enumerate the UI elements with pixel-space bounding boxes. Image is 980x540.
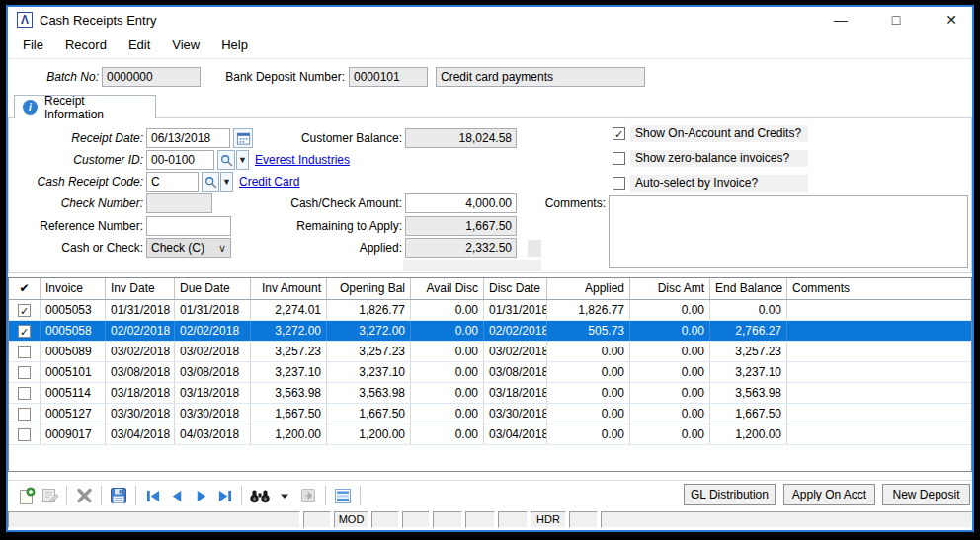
cell-invoice: 0005089: [41, 342, 106, 361]
goto-icon: [296, 484, 320, 507]
cell-disc_date: 03/04/2018: [484, 424, 547, 444]
row-checkbox-unchecked[interactable]: [18, 366, 31, 379]
column-header-due_date[interactable]: Due Date: [175, 278, 251, 299]
maximize-button[interactable]: □: [885, 12, 907, 28]
menu-edit[interactable]: Edit: [120, 35, 159, 56]
option-label: Show zero-balance invoices?: [630, 150, 808, 167]
row-checkbox-checked[interactable]: ✓: [18, 325, 31, 338]
menu-file[interactable]: File: [14, 35, 52, 56]
column-header-disc_amt[interactable]: Disc Amt: [630, 278, 710, 299]
menu-view[interactable]: View: [163, 35, 208, 56]
table-row[interactable]: 000512703/30/201803/30/20181,667.501,667…: [9, 404, 971, 424]
row-checkbox-unchecked[interactable]: [18, 346, 31, 358]
status-cell: [569, 511, 598, 528]
menu-help[interactable]: Help: [212, 35, 257, 56]
cell-opening_bal: 3,237.10: [327, 362, 411, 382]
gl-distribution-button[interactable]: GL Distribution: [684, 484, 776, 505]
table-row[interactable]: 000510103/08/201803/08/20183,237.103,237…: [9, 362, 971, 383]
customer-lookup-dropdown[interactable]: ▼: [236, 150, 249, 170]
cell-invoice: 0005101: [41, 362, 106, 382]
table-row[interactable]: ✓000505301/31/201801/31/20182,274.011,82…: [9, 300, 971, 321]
cell-disc_date: 03/08/2018: [484, 362, 547, 382]
reference-number-field[interactable]: [146, 216, 231, 236]
option-label: Auto-select by Invoice?: [630, 175, 808, 192]
check-number-label: Check Number:: [25, 193, 143, 213]
tab-receipt-information[interactable]: i Receipt Information: [14, 95, 156, 118]
save-icon[interactable]: [107, 484, 130, 507]
table-row[interactable]: ✓000505802/02/201802/02/20183,272.003,27…: [9, 321, 971, 342]
cash-receipt-code-link[interactable]: Credit Card: [239, 172, 299, 192]
cell-disc_date: 03/30/2018: [484, 404, 547, 424]
column-header-opening_bal[interactable]: Opening Bal: [327, 278, 411, 299]
cash-receipt-code-field[interactable]: C: [146, 172, 199, 192]
find-caret-icon[interactable]: [273, 484, 296, 507]
code-lookup-dropdown[interactable]: ▼: [220, 172, 233, 192]
column-header-end_balance[interactable]: End Balance: [710, 278, 787, 299]
column-header-check[interactable]: ✔: [9, 278, 41, 299]
row-checkbox-unchecked[interactable]: [18, 387, 31, 400]
status-cell: [303, 511, 331, 528]
table-row[interactable]: 000901703/04/201804/03/20181,200.001,200…: [9, 424, 971, 445]
code-lookup-button[interactable]: [202, 172, 219, 192]
row-checkbox-unchecked[interactable]: [18, 428, 31, 441]
find-icon[interactable]: [247, 484, 273, 507]
table-row[interactable]: 000508903/02/201803/02/20183,257.233,257…: [9, 342, 971, 362]
status-cell: [8, 511, 300, 528]
minimize-button[interactable]: —: [830, 12, 852, 28]
previous-record-icon[interactable]: [165, 484, 189, 507]
cash-check-amount-field[interactable]: 4,000.00: [405, 193, 517, 213]
new-record-icon[interactable]: [14, 484, 38, 507]
cell-check[interactable]: [9, 362, 41, 382]
table-row[interactable]: 000511403/18/201803/18/20183,563.983,563…: [9, 383, 971, 404]
status-cell: [498, 511, 528, 528]
receipt-date-field[interactable]: 06/13/2018: [146, 128, 230, 148]
cell-check[interactable]: [9, 424, 41, 444]
cell-avail_disc: 0.00: [411, 321, 484, 341]
close-button[interactable]: ✕: [940, 12, 962, 28]
column-header-invoice[interactable]: Invoice: [41, 278, 106, 299]
check-number-field: [146, 193, 212, 213]
column-header-comments[interactable]: Comments: [787, 278, 971, 299]
status-cell: [465, 511, 495, 528]
menu-record[interactable]: Record: [56, 35, 116, 56]
first-record-icon[interactable]: [141, 484, 165, 507]
row-checkbox-unchecked[interactable]: [18, 408, 31, 421]
cell-applied: 1,826.77: [547, 300, 630, 320]
checkbox-unchecked[interactable]: [612, 177, 625, 190]
apply-on-acct-button[interactable]: Apply On Acct: [783, 484, 875, 505]
column-header-inv_amount[interactable]: Inv Amount: [251, 278, 327, 299]
cell-check[interactable]: [9, 404, 41, 424]
next-record-icon[interactable]: [189, 484, 212, 507]
cell-applied: 505.73: [547, 321, 630, 341]
list-view-icon[interactable]: [331, 484, 355, 507]
column-header-applied[interactable]: Applied: [547, 278, 630, 299]
cell-check[interactable]: ✓: [9, 321, 41, 341]
comments-textarea[interactable]: [609, 195, 968, 268]
cell-inv_date: 02/02/2018: [106, 321, 175, 341]
toolbar-separator: [241, 486, 242, 505]
checkbox-checked[interactable]: ✓: [612, 127, 625, 140]
menu-divider: [8, 58, 972, 59]
last-record-icon[interactable]: [212, 484, 236, 507]
cash-or-check-select[interactable]: Check (C)∨: [146, 238, 231, 258]
checkbox-unchecked[interactable]: [612, 152, 625, 165]
cell-applied: 0.00: [547, 424, 630, 444]
column-header-avail_disc[interactable]: Avail Disc: [411, 278, 484, 299]
cell-disc_date: 03/02/2018: [484, 342, 547, 361]
row-checkbox-checked[interactable]: ✓: [18, 304, 31, 317]
cell-end_balance: 1,200.00: [710, 424, 787, 444]
column-header-inv_date[interactable]: Inv Date: [106, 278, 175, 299]
chevron-down-icon: ▼: [238, 156, 247, 165]
calendar-button[interactable]: [233, 128, 253, 148]
cell-disc_amt: 0.00: [630, 362, 710, 382]
new-deposit-button[interactable]: New Deposit: [882, 484, 970, 505]
customer-name-link[interactable]: Everest Industries: [255, 150, 350, 170]
column-header-disc_date[interactable]: Disc Date: [484, 278, 547, 299]
cell-opening_bal: 1,200.00: [327, 424, 411, 444]
cell-check[interactable]: ✓: [9, 300, 41, 320]
cell-check[interactable]: [9, 383, 41, 403]
customer-id-field[interactable]: 00-0100: [146, 150, 214, 170]
cell-check[interactable]: [9, 342, 41, 361]
customer-lookup-button[interactable]: [217, 150, 235, 170]
applied-field: 2,332.50: [405, 238, 517, 258]
